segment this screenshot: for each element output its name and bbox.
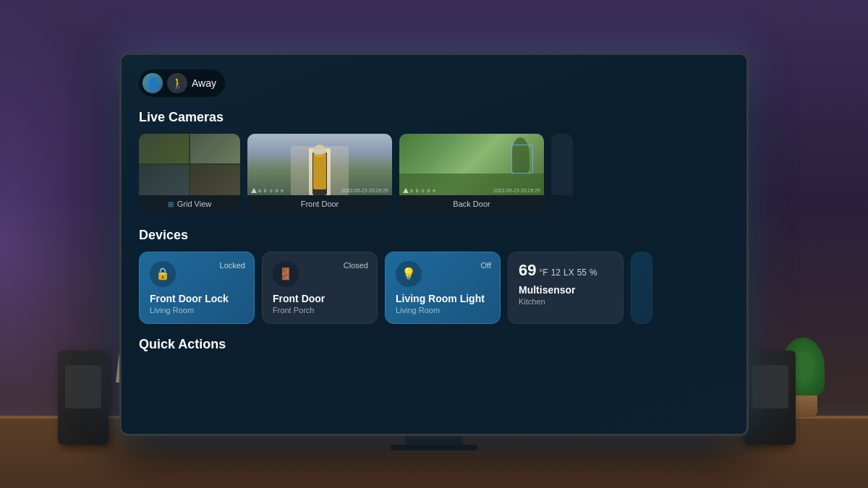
- speaker-left: [58, 351, 109, 445]
- sensor-lux-value: 12: [551, 267, 561, 278]
- tv-frame: 👤 🚶 Away Live Cameras: [119, 53, 749, 436]
- cam-cell-2: [190, 134, 240, 164]
- grid-view-label: Grid View: [177, 200, 211, 208]
- door-emoji-icon: 🚪: [278, 267, 293, 281]
- abode-text-back: a b o d e: [410, 188, 436, 193]
- camera-card-front-door[interactable]: a b o d e 2022-05-23 20:29:25 Front Door: [247, 134, 392, 213]
- front-door-camera-label: Front Door: [301, 200, 339, 208]
- back-door-timestamp: 2022-05-23 20:29:25: [493, 188, 540, 193]
- camera-card-grid-view[interactable]: ⊞ Grid View: [139, 134, 240, 213]
- avatar-icon: 👤: [147, 77, 159, 89]
- sensor-device-name: Multisensor: [519, 284, 613, 296]
- camera-card-back-door[interactable]: a b o d e 2022-05-23 20:29:25 Back Door: [399, 134, 544, 213]
- abode-triangle-icon: [251, 188, 257, 193]
- back-door-camera-label: Back Door: [453, 200, 490, 208]
- light-device-name: Living Room Light: [396, 293, 490, 304]
- door-icon: 🚪: [273, 261, 299, 287]
- speaker-right: [745, 351, 796, 445]
- lock-icon: 🔒: [150, 261, 176, 287]
- abode-watermark-back: a b o d e: [403, 188, 436, 193]
- grid-view-icon: ⊞: [168, 200, 174, 208]
- cameras-grid: ⊞ Grid View: [139, 134, 729, 213]
- back-door-camera-view: a b o d e 2022-05-23 20:29:25: [399, 134, 544, 195]
- lock-device-room: Living Room: [150, 306, 244, 314]
- device-card-multisensor[interactable]: 69 °F 12 LX 55 % Multisensor Kitchen: [508, 252, 624, 324]
- overflow-label-bar: [551, 195, 573, 213]
- devices-grid: Locked 🔒 Front Door Lock Living Room Clo…: [139, 252, 729, 324]
- abode-text: a b o d e: [258, 188, 284, 193]
- cam-cell-3: [139, 165, 189, 195]
- sensor-lux-unit: LX: [563, 267, 574, 278]
- lock-device-name: Front Door Lock: [150, 293, 244, 304]
- back-door-label-bar: Back Door: [399, 195, 544, 213]
- quick-actions-section-title: Quick Actions: [139, 337, 729, 352]
- light-status-badge: Off: [481, 261, 491, 270]
- tv-screen: 👤 🚶 Away Live Cameras: [122, 55, 746, 434]
- camera-card-overflow: [551, 134, 573, 213]
- device-card-living-room-light[interactable]: Off 💡 Living Room Light Living Room: [385, 252, 501, 324]
- sensor-data-display: 69 °F 12 LX 55 %: [519, 261, 613, 280]
- sensor-device-room: Kitchen: [519, 297, 613, 306]
- abode-triangle-back-icon: [403, 188, 409, 193]
- user-avatar: 👤: [142, 73, 163, 93]
- light-icon: 💡: [396, 261, 422, 287]
- device-card-overflow: [631, 252, 652, 324]
- grid-view-label-bar: ⊞ Grid View: [139, 195, 240, 213]
- cam-cell-1: [139, 134, 189, 164]
- grid-thumbnail: [139, 134, 240, 195]
- devices-section-title: Devices: [139, 228, 729, 243]
- sensor-temperature: 69: [519, 261, 536, 280]
- door-device-room: Front Porch: [273, 306, 367, 314]
- mode-label: Away: [192, 77, 216, 89]
- front-door-timestamp: 2022-05-23 20:29:25: [341, 188, 388, 193]
- sensor-temp-unit: °F: [539, 267, 548, 278]
- sensor-humidity-unit: %: [590, 267, 597, 278]
- lock-status-badge: Locked: [220, 261, 245, 270]
- light-device-room: Living Room: [396, 306, 490, 314]
- device-card-front-door[interactable]: Closed 🚪 Front Door Front Porch: [262, 252, 378, 324]
- front-door-label-bar: Front Door: [247, 195, 392, 213]
- door-status-badge: Closed: [344, 261, 368, 270]
- front-door-camera-view: a b o d e 2022-05-23 20:29:25: [247, 134, 392, 195]
- lock-emoji-icon: 🔒: [156, 267, 170, 281]
- door-device-name: Front Door: [273, 293, 367, 304]
- mode-badge[interactable]: 👤 🚶 Away: [139, 69, 225, 97]
- away-person-icon: 🚶: [171, 77, 184, 89]
- cameras-section-title: Live Cameras: [139, 110, 729, 125]
- away-icon-circle: 🚶: [167, 73, 187, 93]
- sensor-humidity: 55: [577, 267, 587, 278]
- light-emoji-icon: 💡: [401, 267, 416, 281]
- abode-watermark-front: a b o d e: [251, 188, 284, 193]
- device-card-front-door-lock[interactable]: Locked 🔒 Front Door Lock Living Room: [139, 252, 255, 324]
- cam-cell-4: [190, 165, 240, 195]
